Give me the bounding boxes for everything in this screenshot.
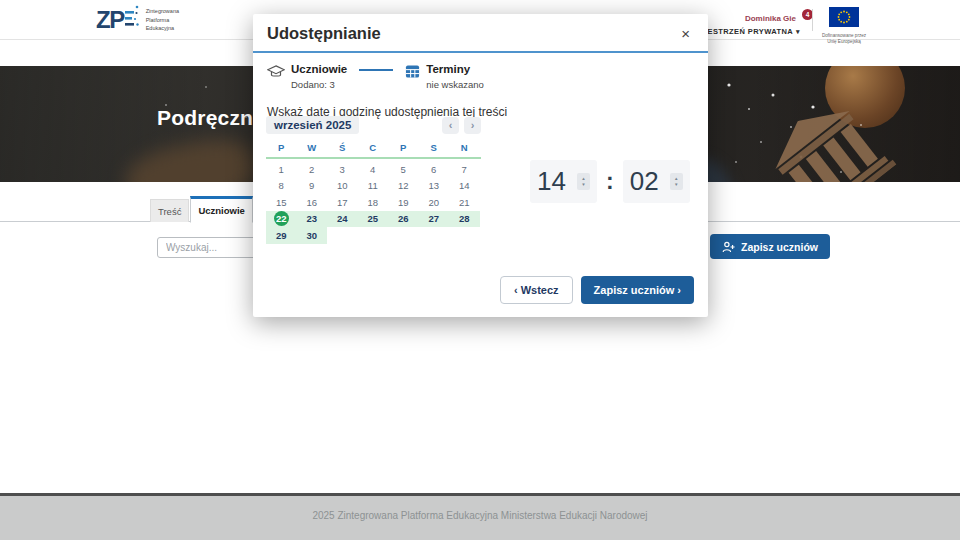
day-cell[interactable]: 24: [327, 211, 358, 228]
chevron-left-icon: ‹: [514, 284, 518, 296]
day-cell[interactable]: 7: [449, 161, 480, 178]
day-cell[interactable]: 6: [419, 161, 450, 178]
save-students-button[interactable]: Zapisz uczniów: [710, 234, 830, 259]
eu-flag-icon: [829, 7, 859, 27]
day-cell[interactable]: 4: [358, 161, 389, 178]
page: ZP Zintegrowana Platforma Edukacyjna: [0, 0, 960, 540]
minute-stepper[interactable]: ▲ ▼: [670, 173, 683, 190]
day-cell[interactable]: 9: [297, 178, 328, 195]
logo-zp-text: ZP: [96, 8, 124, 32]
day-cell-empty: [449, 227, 480, 244]
calendar-icon: [405, 64, 420, 79]
eu-funding-text: Dofinansowane przez Unię Europejską: [818, 33, 870, 45]
day-cell[interactable]: 27: [419, 211, 450, 228]
day-cell[interactable]: 25: [358, 211, 389, 228]
minute-input[interactable]: [630, 166, 664, 197]
graduation-cap-icon: [267, 64, 285, 79]
day-cell[interactable]: 18: [358, 194, 389, 211]
day-cell-empty: [327, 227, 358, 244]
hero-stars-decor: [0, 66, 2, 68]
step-sublabel: Dodano: 3: [291, 79, 347, 90]
step-label: Terminy: [426, 64, 484, 76]
day-cell-selected[interactable]: 22: [266, 211, 297, 228]
day-cell[interactable]: 20: [419, 194, 450, 211]
day-cell[interactable]: 21: [449, 194, 480, 211]
wizard-steps: Uczniowie Dodano: 3 Terminy nie wskazano: [267, 64, 694, 90]
tab-uczniowie[interactable]: Uczniowie: [190, 196, 252, 223]
chevron-down-icon: ▾: [796, 28, 800, 35]
day-cell[interactable]: 28: [449, 211, 480, 228]
time-picker: ▲ ▼ : ▲ ▼: [530, 160, 690, 203]
day-cell-empty: [388, 227, 419, 244]
day-cell[interactable]: 2: [297, 161, 328, 178]
day-cell[interactable]: 19: [388, 194, 419, 211]
logo-line-2: Platforma: [146, 16, 179, 25]
save-students-confirm-button[interactable]: Zapisz uczniów ›: [581, 276, 694, 304]
day-cell[interactable]: 16: [297, 194, 328, 211]
day-cell[interactable]: 1: [266, 161, 297, 178]
step-terminy[interactable]: Terminy nie wskazano: [405, 64, 484, 90]
day-cell[interactable]: 3: [327, 161, 358, 178]
logo-line-3: Edukacyjna: [146, 24, 179, 33]
day-cell[interactable]: 8: [266, 178, 297, 195]
day-cell-empty: [419, 227, 450, 244]
dialog-title: Udostępnianie: [267, 24, 381, 43]
day-cell-empty: [358, 227, 389, 244]
day-grid: 1 2 3 4 5 6 7 8 9 10 11 12 13 14 15 16 1…: [266, 161, 481, 244]
minute-field: ▲ ▼: [623, 160, 690, 203]
zpe-logo[interactable]: ZP Zintegrowana Platforma Edukacyjna: [96, 7, 179, 33]
header-divider: [812, 9, 813, 31]
dialog-footer: ‹ Wstecz Zapisz uczniów ›: [500, 276, 694, 304]
step-uczniowie[interactable]: Uczniowie Dodano: 3: [267, 64, 347, 90]
weekday-header: P W Ś C P S N: [266, 142, 481, 159]
eu-funding-logo: Dofinansowane przez Unię Europejską: [818, 7, 870, 45]
day-cell[interactable]: 5: [388, 161, 419, 178]
share-dialog: Udostępnianie × Uczniowie Dodano: 3: [253, 14, 708, 317]
footer: 2025 Zintegrowana Platforma Edukacyjna M…: [0, 493, 960, 540]
step-connector: [359, 69, 393, 71]
day-cell[interactable]: 15: [266, 194, 297, 211]
date-picker: wrzesień 2025 ‹ › P W Ś C P S N 1 2 3 4: [266, 116, 481, 244]
logo-line-1: Zintegrowana: [146, 7, 179, 16]
stepper-down-icon: ▼: [581, 182, 585, 188]
next-month-button[interactable]: ›: [464, 117, 481, 134]
logo-wordmark: Zintegrowana Platforma Edukacyjna: [146, 7, 179, 33]
person-plus-icon: [722, 241, 735, 253]
day-cell[interactable]: 14: [449, 178, 480, 195]
day-cell[interactable]: 17: [327, 194, 358, 211]
tab-tresc[interactable]: Treść: [150, 199, 189, 222]
stepper-down-icon: ▼: [674, 182, 678, 188]
hero-books-image: [121, 131, 261, 182]
back-button[interactable]: ‹ Wstecz: [500, 276, 573, 304]
day-cell[interactable]: 12: [388, 178, 419, 195]
day-cell[interactable]: 11: [358, 178, 389, 195]
prev-month-button[interactable]: ‹: [442, 117, 459, 134]
month-label: wrzesień 2025: [266, 116, 359, 134]
hour-stepper[interactable]: ▲ ▼: [577, 173, 590, 190]
time-separator: :: [606, 168, 614, 195]
day-cell[interactable]: 30: [297, 227, 328, 244]
footer-text: 2025 Zintegrowana Platforma Edukacyjna M…: [0, 510, 960, 521]
hour-input[interactable]: [537, 166, 571, 197]
step-sublabel: nie wskazano: [426, 79, 484, 90]
hour-field: ▲ ▼: [530, 160, 597, 203]
zpe-logo-e-icon: [125, 5, 140, 33]
day-cell[interactable]: 10: [327, 178, 358, 195]
day-cell[interactable]: 26: [388, 211, 419, 228]
chevron-right-icon: ›: [677, 284, 681, 296]
step-label: Uczniowie: [291, 64, 347, 76]
dialog-header: Udostępnianie ×: [253, 14, 708, 53]
day-cell[interactable]: 23: [297, 211, 328, 228]
user-name: Dominika Gie 4: [745, 14, 800, 23]
day-cell[interactable]: 13: [419, 178, 450, 195]
day-cell[interactable]: 29: [266, 227, 297, 244]
close-icon[interactable]: ×: [677, 24, 694, 43]
